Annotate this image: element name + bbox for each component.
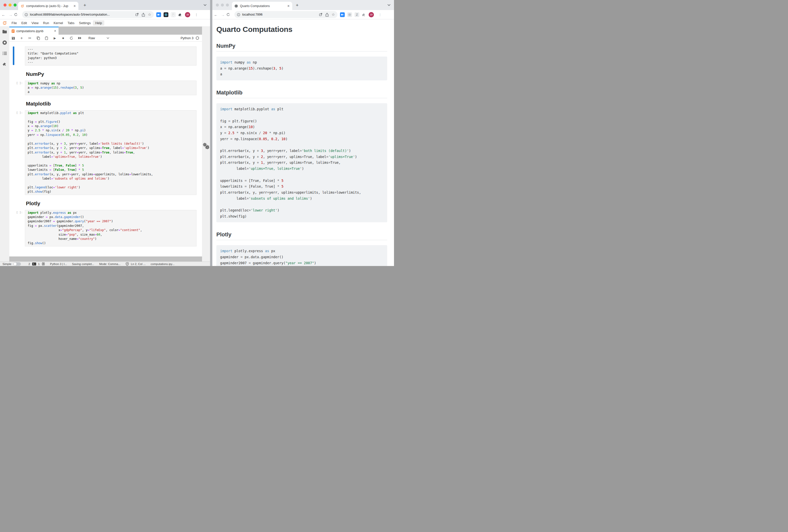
copy-cells-button[interactable] bbox=[36, 36, 40, 40]
restart-run-all-button[interactable] bbox=[78, 37, 82, 39]
puzzle-extensions-icon[interactable] bbox=[178, 13, 182, 17]
raw-cell-frontmatter[interactable]: ---title: "Quarto Computations"jupyter: … bbox=[9, 46, 202, 65]
terminal-icon[interactable]: $_ bbox=[32, 263, 36, 266]
menu-item-kernel[interactable]: Kernel bbox=[51, 20, 65, 26]
menu-item-run[interactable]: Run bbox=[41, 20, 51, 26]
right-sidebar bbox=[202, 27, 210, 262]
interrupt-kernel-button[interactable]: ■ bbox=[61, 36, 65, 40]
zoom-window-button[interactable] bbox=[226, 3, 229, 6]
z-extension-icon[interactable]: Z bbox=[355, 12, 359, 17]
tab-close-icon[interactable]: ✕ bbox=[287, 4, 290, 8]
browser-menu-icon[interactable]: ⋮ bbox=[195, 13, 198, 17]
react-devtools-extension-icon[interactable] bbox=[163, 12, 169, 17]
insert-cell-button[interactable]: + bbox=[20, 36, 24, 41]
url-text: localhost:8889/lab/workspaces/auto-S/tre… bbox=[30, 13, 133, 16]
forward-icon[interactable]: → bbox=[219, 13, 226, 17]
react-devtools-extension-icon[interactable] bbox=[347, 12, 352, 17]
tab-search-chevron-icon[interactable] bbox=[388, 4, 391, 6]
code-block-matplotlib: import matplotlib.pyplot as plt fig = pl… bbox=[216, 103, 387, 222]
address-bar[interactable]: localhost:7896 ☆ bbox=[234, 11, 337, 18]
back-icon[interactable]: ← bbox=[0, 13, 7, 17]
file-browser-icon[interactable] bbox=[2, 29, 7, 34]
menu-item-settings[interactable]: Settings bbox=[77, 20, 93, 26]
share-icon[interactable] bbox=[142, 13, 145, 17]
menu-item-help[interactable]: Help bbox=[93, 20, 104, 26]
section-heading-plotly: Plotly bbox=[216, 231, 387, 238]
left-activity-bar bbox=[0, 27, 9, 262]
zoom-window-button[interactable] bbox=[14, 3, 17, 6]
browser-tab-quarto[interactable]: Quarto Computations ✕ bbox=[232, 2, 292, 10]
site-info-icon[interactable] bbox=[25, 13, 28, 16]
jupyterlab-body: computations.ipynb ✕ + ✂ ▶ ■ bbox=[0, 27, 210, 262]
run-cell-button[interactable]: ▶ bbox=[53, 36, 57, 40]
forward-icon[interactable]: → bbox=[7, 13, 14, 17]
reload-icon[interactable] bbox=[226, 13, 233, 16]
section-heading-matplotlib: Matplotlib bbox=[216, 89, 387, 96]
restart-kernel-button[interactable] bbox=[70, 36, 73, 40]
kernel-chip-icon[interactable] bbox=[42, 262, 45, 266]
command-mode-text[interactable]: Mode: Comma... bbox=[99, 263, 121, 266]
tab-search-chevron-icon[interactable] bbox=[203, 4, 206, 6]
saving-status-text: Saving complet... bbox=[72, 263, 94, 266]
new-tab-button[interactable]: + bbox=[83, 2, 86, 8]
open-in-new-icon[interactable] bbox=[135, 13, 139, 16]
notebook-tab-bar: computations.ipynb ✕ bbox=[9, 27, 202, 35]
notebook-tab[interactable]: computations.ipynb ✕ bbox=[9, 27, 59, 35]
profile-avatar[interactable]: JJ bbox=[185, 12, 190, 17]
code-cell-plotly[interactable]: [ ]:import plotly.express as pxgapminder… bbox=[9, 210, 202, 246]
notebook-tab-close-icon[interactable]: ✕ bbox=[54, 29, 56, 33]
zoom-extension-icon[interactable] bbox=[340, 12, 345, 17]
code-cell-numpy[interactable]: [ ]:import numpy as npa = np.arange(15).… bbox=[9, 81, 202, 95]
menu-item-tabs[interactable]: Tabs bbox=[65, 20, 77, 26]
minimize-window-button[interactable] bbox=[8, 3, 12, 6]
cursor-position-text[interactable]: Ln 2, Col ... bbox=[131, 263, 146, 266]
puzzle-extensions-icon[interactable] bbox=[362, 13, 366, 17]
jupyter-favicon bbox=[21, 4, 24, 8]
kernel-indicator[interactable]: Python 3 bbox=[181, 36, 200, 40]
cell-type-select[interactable]: Raw bbox=[88, 36, 109, 40]
close-window-button[interactable] bbox=[3, 3, 6, 6]
notebook-content: ---title: "Quarto Computations"jupyter: … bbox=[9, 42, 202, 257]
right-url-row: ← → localhost:7896 ☆ bbox=[212, 10, 394, 19]
menu-item-edit[interactable]: Edit bbox=[19, 20, 29, 26]
share-icon[interactable] bbox=[326, 13, 329, 17]
kernel-status-text[interactable]: Python 3 | I... bbox=[50, 263, 67, 266]
browser-menu-icon[interactable]: ⋮ bbox=[378, 13, 382, 17]
property-inspector-gears-icon[interactable] bbox=[203, 30, 209, 262]
save-button[interactable] bbox=[11, 36, 15, 40]
open-in-new-icon[interactable] bbox=[319, 13, 322, 16]
close-window-button[interactable] bbox=[216, 3, 219, 6]
zoom-extension-icon[interactable] bbox=[156, 12, 161, 17]
site-info-icon[interactable] bbox=[237, 13, 240, 16]
address-bar[interactable]: localhost:8889/lab/workspaces/auto-S/tre… bbox=[22, 11, 154, 18]
paste-cells-button[interactable] bbox=[44, 36, 48, 40]
tab-close-icon[interactable]: ✕ bbox=[73, 4, 76, 8]
table-of-contents-icon[interactable] bbox=[2, 52, 7, 55]
notebook-heading-matplotlib[interactable]: Matplotlib bbox=[26, 101, 202, 107]
trust-shield-icon[interactable] bbox=[126, 262, 129, 266]
bookmark-star-icon[interactable]: ☆ bbox=[148, 12, 151, 17]
notebook-heading-numpy[interactable]: NumPy bbox=[26, 71, 202, 77]
profile-avatar[interactable]: JJ bbox=[369, 12, 374, 17]
menu-item-view[interactable]: View bbox=[29, 20, 41, 26]
status-filename: computations.ipy... bbox=[151, 263, 175, 266]
document-extension-icon[interactable] bbox=[171, 12, 176, 17]
new-tab-button[interactable]: + bbox=[296, 2, 298, 8]
back-icon[interactable]: ← bbox=[212, 13, 219, 17]
menu-item-file[interactable]: File bbox=[9, 20, 19, 26]
running-kernels-icon[interactable] bbox=[2, 40, 7, 45]
extension-manager-icon[interactable] bbox=[2, 62, 7, 66]
notebook-heading-plotly[interactable]: Plotly bbox=[26, 201, 202, 206]
cut-cells-button[interactable]: ✂ bbox=[28, 36, 32, 40]
minimize-window-button[interactable] bbox=[221, 3, 224, 6]
bookmark-star-icon[interactable]: ☆ bbox=[332, 12, 335, 17]
cell-prompt: [ ]: bbox=[9, 81, 25, 95]
reload-icon[interactable] bbox=[14, 13, 21, 16]
code-cell-matplotlib[interactable]: [ ]:import matplotlib.pyplot as plt fig … bbox=[9, 110, 202, 195]
browser-tab-jupyter[interactable]: computations.ip (auto-S) - Jup ✕ bbox=[18, 2, 78, 10]
section-rule bbox=[216, 240, 387, 240]
notebook-tab-title: computations.ipynb bbox=[16, 29, 52, 33]
notebook-bottom-band bbox=[9, 257, 202, 262]
quarto-page: Quarto Computations NumPyimport numpy as… bbox=[212, 19, 394, 266]
simple-mode-toggle[interactable] bbox=[13, 262, 21, 266]
